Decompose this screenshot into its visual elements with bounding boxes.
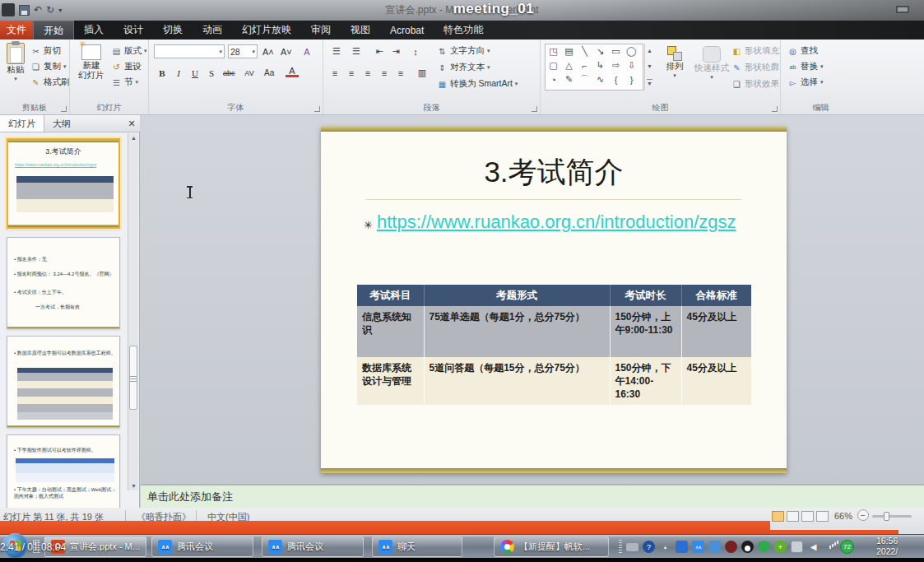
notes-pane[interactable]: 单击此处添加备注 [141, 484, 924, 508]
tab-view[interactable]: 视图 [341, 21, 380, 39]
shapes-gallery[interactable]: ◳ ▤ ╲ ↘ ▭ ◯ ▢ △ ⌐ ↳ ⇨ ⇩ ◔ ✎ ⌒ ∿ { } [545, 44, 643, 91]
quick-styles-button[interactable]: 快速样式 ▾ [690, 46, 733, 82]
slideshow-view-button[interactable] [816, 511, 829, 522]
slide-thumbnail-3[interactable]: • 数据库原理这学期可以考数据库系统工程师。 [7, 336, 120, 428]
new-slide-button[interactable]: 新建 幻灯片 [73, 44, 109, 80]
shape-outline-button[interactable]: ✎ 形状轮廓 [731, 62, 779, 73]
convert-smartart-button[interactable]: ▦ 转换为 SmartArt ▾ [437, 78, 518, 90]
battery-tray-icon[interactable]: 72 [840, 540, 854, 554]
zoom-slider[interactable] [872, 515, 912, 518]
slide-edit-area[interactable]: 3.考试简介 ✳ https://www.ruankao.org.cn/intr… [141, 115, 924, 484]
shape-glyph[interactable]: ▤ [561, 44, 577, 58]
numbering-button[interactable]: ☰ [350, 44, 363, 58]
table-cell[interactable]: 信息系统知识 [357, 306, 424, 357]
antivirus-tray-icon[interactable]: + [774, 541, 787, 553]
table-cell[interactable]: 5道问答题（每题15分，总分75分） [424, 357, 610, 405]
tab-home[interactable]: 开始 [33, 21, 74, 39]
find-button[interactable]: ◎ 查找 [787, 45, 818, 57]
panel-scrollbar[interactable]: ▲ ▼ [128, 133, 138, 490]
increase-indent-button[interactable]: ⇥ [389, 44, 402, 58]
shape-glyph[interactable]: ⇩ [624, 58, 639, 72]
tab-file[interactable]: 文件 [0, 21, 33, 39]
panel-tab-outline[interactable]: 大纲 [44, 115, 79, 132]
slide-thumbnail-2[interactable]: • 报名条件：无 • 报名时间预估： 3.24—4.2号报名。（官网） • 考试… [7, 237, 120, 329]
tab-transitions[interactable]: 切换 [153, 21, 193, 39]
character-spacing-button[interactable]: AV [243, 66, 256, 80]
slide-canvas[interactable]: 3.考试简介 ✳ https://www.ruankao.org.cn/intr… [321, 127, 787, 473]
taskbar-chrome-button[interactable]: 【新提醒】帆软... [494, 536, 609, 557]
normal-view-button[interactable] [772, 511, 784, 522]
network-tray-icon[interactable] [824, 541, 836, 553]
align-left-button[interactable]: ≡ [328, 66, 341, 80]
shadow-button[interactable]: S [205, 66, 218, 80]
shape-glyph[interactable]: ⇨ [608, 58, 624, 72]
drawing-dialog-launcher[interactable] [772, 106, 778, 112]
columns-button[interactable]: ▥ [416, 66, 429, 80]
table-cell[interactable]: 数据库系统设计与管理 [357, 357, 424, 405]
video-app-tray-icon[interactable] [676, 541, 688, 553]
slide-table[interactable]: 考试科目 考题形式 考试时长 合格标准 信息系统知识 75道单选题（每题1分，总… [357, 285, 751, 405]
panel-scroll-up-icon[interactable]: ▲ [128, 135, 139, 141]
shape-glyph[interactable]: ⌐ [577, 58, 592, 72]
shrink-font-button[interactable]: A˅ [279, 44, 294, 58]
shape-glyph[interactable]: ✎ [561, 72, 577, 86]
slide-thumbnail-4[interactable]: • 下学期软件测试可以考软件评测师。 • 下午大题：自动测试；黑盒测试；Web测… [7, 434, 120, 512]
arrange-button[interactable]: 排列 ▾ [661, 46, 689, 81]
panel-scroll-down-icon[interactable]: ▼ [128, 483, 139, 489]
shape-glyph[interactable]: △ [561, 58, 577, 72]
security-shield-tray-icon[interactable] [758, 541, 770, 553]
cut-button[interactable]: ✂ 剪切 [30, 45, 61, 57]
table-header-pass[interactable]: 合格标准 [681, 285, 751, 306]
shape-glyph[interactable]: ↘ [592, 44, 608, 58]
shapes-scroll-down-icon[interactable]: ▼ [647, 63, 652, 69]
slide-sorter-view-button[interactable] [787, 511, 799, 522]
taskbar-clock[interactable]: 16:56 2022/ [876, 536, 924, 557]
shapes-scroll-up-icon[interactable]: ▲ [647, 48, 652, 53]
format-painter-button[interactable]: ✎ 格式刷 [30, 77, 70, 88]
font-name-combo[interactable]: ▾ [154, 44, 225, 58]
distributed-button[interactable]: ≡ [394, 66, 407, 80]
shape-glyph[interactable]: ▭ [608, 44, 624, 58]
tab-acrobat[interactable]: Acrobat [380, 21, 434, 39]
copy-button[interactable]: ❏ 复制 ▾ [30, 61, 67, 72]
shape-glyph[interactable]: ∿ [592, 72, 608, 86]
bold-button[interactable]: B [156, 66, 169, 80]
zoom-level[interactable]: 66% [834, 511, 852, 521]
shape-glyph[interactable]: { [608, 72, 624, 86]
shapes-gallery-scroll[interactable]: ▲ ▼ ▼ [644, 44, 654, 91]
shape-glyph[interactable]: } [624, 72, 639, 86]
zoom-out-button[interactable]: − [857, 509, 869, 521]
clipboard-dialog-launcher[interactable] [61, 106, 67, 112]
minimize-button[interactable] [896, 6, 909, 13]
strikethrough-button[interactable]: abc [221, 66, 237, 80]
table-cell[interactable]: 150分钟，下午14:00-16:30 [610, 357, 681, 405]
change-case-button[interactable]: Aa [262, 66, 276, 80]
underline-button[interactable]: U [188, 66, 202, 80]
keyboard-tray-icon[interactable] [626, 543, 638, 551]
docs-tray-icon[interactable] [708, 541, 721, 553]
table-header-format[interactable]: 考题形式 [424, 285, 610, 306]
help-tray-icon[interactable]: ? [643, 541, 655, 553]
table-header-subject[interactable]: 考试科目 [357, 285, 424, 306]
taskbar-meeting-button-1[interactable]: ∧∧ 腾讯会议 [151, 536, 253, 557]
panel-close-icon[interactable]: ✕ [123, 115, 140, 132]
line-spacing-button[interactable]: ↕ [409, 44, 422, 58]
justify-button[interactable]: ≡ [378, 66, 391, 80]
shape-glyph[interactable]: ⌒ [577, 72, 592, 86]
volume-tray-icon[interactable]: ◀ [807, 541, 820, 553]
clear-formatting-button[interactable]: A [300, 44, 313, 58]
align-right-button[interactable]: ≡ [361, 66, 374, 80]
shape-effects-button[interactable]: ❑ 形状效果 [731, 78, 779, 90]
layout-button[interactable]: ▤ 版式 ▾ [111, 45, 147, 57]
table-cell[interactable]: 75道单选题（每题1分，总分75分） [424, 306, 610, 357]
qq-penguin-tray-icon[interactable] [741, 541, 754, 553]
select-button[interactable]: ▻ 选择 ▾ [787, 77, 824, 88]
tab-insert[interactable]: 插入 [74, 21, 114, 39]
paste-button[interactable]: 粘贴 ▾ [3, 43, 28, 84]
slide-title[interactable]: 3.考试简介 [321, 153, 787, 192]
taskbar-meeting-button-2[interactable]: ∧∧ 腾讯会议 [262, 536, 364, 557]
shape-glyph[interactable]: ↳ [592, 58, 608, 72]
tab-design[interactable]: 设计 [114, 21, 153, 39]
text-direction-button[interactable]: ⇅ 文字方向 ▾ [437, 45, 490, 57]
panel-scrollbar-thumb[interactable] [129, 346, 137, 410]
